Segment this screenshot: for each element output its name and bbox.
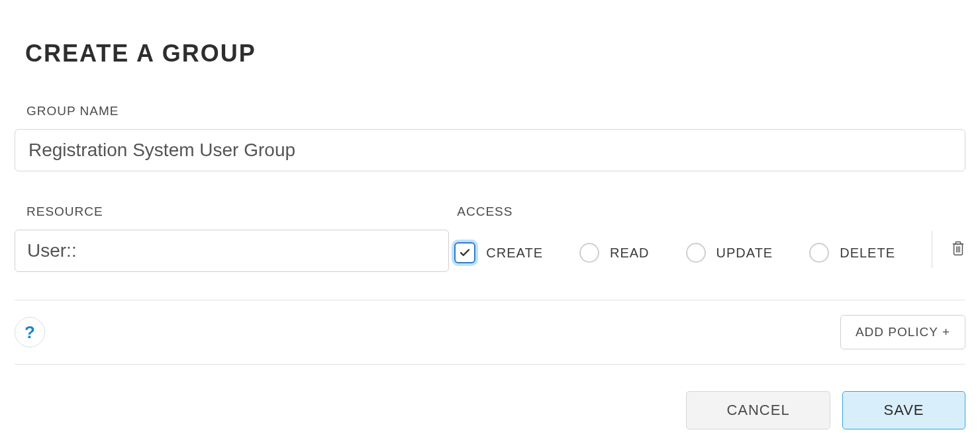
radio-delete-icon[interactable] [809,243,829,263]
resource-label: RESOURCE [26,204,454,219]
resource-input[interactable] [15,230,449,272]
action-row: CANCEL SAVE [15,391,965,429]
access-update[interactable]: UPDATE [686,243,773,263]
access-delete-label: DELETE [840,245,895,261]
group-name-section: GROUP NAME [15,104,965,171]
save-button[interactable]: SAVE [842,391,965,429]
add-policy-button[interactable]: ADD POLICY + [840,315,965,349]
create-group-form: CREATE A GROUP GROUP NAME RESOURCE ACCES… [0,0,980,443]
help-icon: ? [24,322,35,343]
access-section: ACCESS CREATE READ UPDATE [454,204,965,268]
checkbox-create-icon[interactable] [454,242,475,263]
divider-vertical [932,231,932,268]
access-delete[interactable]: DELETE [809,243,895,263]
radio-read-icon[interactable] [579,243,599,263]
page-title: CREATE A GROUP [25,40,965,67]
access-read[interactable]: READ [579,243,650,263]
group-name-input[interactable] [15,129,965,171]
access-read-label: READ [610,245,650,261]
help-button[interactable]: ? [15,317,45,347]
access-create-label: CREATE [486,245,543,261]
delete-policy-button[interactable] [951,240,965,260]
access-update-label: UPDATE [716,245,773,261]
cancel-button[interactable]: CANCEL [686,391,830,429]
divider-2 [15,364,965,365]
access-label: ACCESS [457,204,965,219]
group-name-label: GROUP NAME [26,104,965,118]
access-create[interactable]: CREATE [454,242,543,263]
resource-section: RESOURCE [15,204,454,272]
trash-icon [951,240,965,260]
radio-update-icon[interactable] [686,243,706,263]
